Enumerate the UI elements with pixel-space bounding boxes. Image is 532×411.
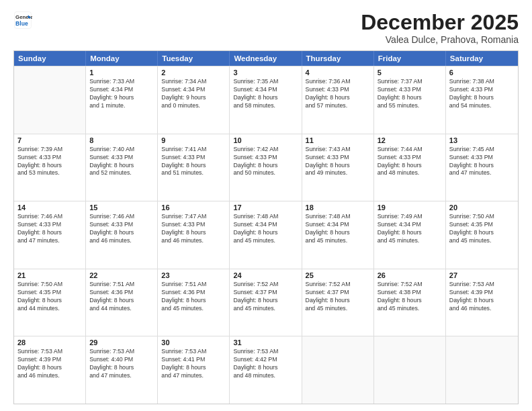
weekday-header-saturday: Saturday [446,51,518,66]
cell-day-number: 7 [17,136,82,144]
calendar-cell-9: 9Sunrise: 7:41 AM Sunset: 4:33 PM Daylig… [158,134,230,201]
calendar-cell-31: 31Sunrise: 7:53 AM Sunset: 4:42 PM Dayli… [230,336,302,404]
cell-info-text: Sunrise: 7:37 AM Sunset: 4:33 PM Dayligh… [378,78,442,110]
cell-day-number: 5 [378,68,442,77]
cell-day-number: 12 [378,136,442,144]
calendar-cell-26: 26Sunrise: 7:52 AM Sunset: 4:38 PM Dayli… [374,269,446,336]
cell-day-number: 6 [449,68,515,77]
cell-info-text: Sunrise: 7:43 AM Sunset: 4:33 PM Dayligh… [306,146,370,178]
calendar-cell-8: 8Sunrise: 7:40 AM Sunset: 4:33 PM Daylig… [86,134,158,201]
cell-day-number: 18 [306,203,370,212]
cell-info-text: Sunrise: 7:39 AM Sunset: 4:33 PM Dayligh… [17,146,82,178]
calendar-row-1: 1Sunrise: 7:33 AM Sunset: 4:34 PM Daylig… [14,66,518,134]
cell-info-text: Sunrise: 7:36 AM Sunset: 4:33 PM Dayligh… [306,78,370,110]
svg-text:Blue: Blue [15,20,28,27]
header: General Blue December 2025 Valea Dulce, … [13,11,519,45]
cell-day-number: 23 [161,271,226,279]
cell-day-number: 28 [17,338,82,347]
cell-day-number: 26 [378,271,442,279]
calendar-cell-20: 20Sunrise: 7:50 AM Sunset: 4:35 PM Dayli… [446,201,518,269]
calendar-row-5: 28Sunrise: 7:53 AM Sunset: 4:39 PM Dayli… [14,336,518,404]
cell-info-text: Sunrise: 7:49 AM Sunset: 4:34 PM Dayligh… [378,213,442,245]
cell-day-number: 4 [306,68,370,77]
cell-day-number: 3 [233,68,298,77]
calendar-cell-12: 12Sunrise: 7:44 AM Sunset: 4:33 PM Dayli… [374,134,446,201]
calendar-cell-13: 13Sunrise: 7:45 AM Sunset: 4:33 PM Dayli… [446,134,518,201]
cell-day-number: 27 [449,271,515,279]
calendar-cell-1: 1Sunrise: 7:33 AM Sunset: 4:34 PM Daylig… [86,66,158,134]
calendar-cell-22: 22Sunrise: 7:51 AM Sunset: 4:36 PM Dayli… [86,269,158,336]
calendar-cell-6: 6Sunrise: 7:38 AM Sunset: 4:33 PM Daylig… [446,66,518,134]
cell-info-text: Sunrise: 7:40 AM Sunset: 4:33 PM Dayligh… [89,146,154,178]
cell-info-text: Sunrise: 7:34 AM Sunset: 4:34 PM Dayligh… [161,78,226,110]
calendar-row-4: 21Sunrise: 7:50 AM Sunset: 4:35 PM Dayli… [14,269,518,336]
calendar-cell-29: 29Sunrise: 7:53 AM Sunset: 4:40 PM Dayli… [86,336,158,404]
cell-info-text: Sunrise: 7:46 AM Sunset: 4:33 PM Dayligh… [89,213,154,245]
cell-info-text: Sunrise: 7:52 AM Sunset: 4:37 PM Dayligh… [233,281,298,313]
cell-day-number: 14 [17,203,82,212]
calendar-body: 1Sunrise: 7:33 AM Sunset: 4:34 PM Daylig… [14,66,518,404]
cell-day-number: 31 [233,338,298,347]
cell-info-text: Sunrise: 7:53 AM Sunset: 4:39 PM Dayligh… [17,348,82,380]
cell-day-number: 19 [378,203,442,212]
cell-info-text: Sunrise: 7:45 AM Sunset: 4:33 PM Dayligh… [449,146,515,178]
calendar-cell-2: 2Sunrise: 7:34 AM Sunset: 4:34 PM Daylig… [158,66,230,134]
cell-day-number: 24 [233,271,298,279]
cell-day-number: 9 [161,136,226,144]
cell-info-text: Sunrise: 7:41 AM Sunset: 4:33 PM Dayligh… [161,146,226,178]
weekday-header-friday: Friday [374,51,446,66]
cell-info-text: Sunrise: 7:48 AM Sunset: 4:34 PM Dayligh… [306,213,370,245]
cell-day-number: 10 [233,136,298,144]
weekday-header-wednesday: Wednesday [230,51,302,66]
calendar-cell-23: 23Sunrise: 7:51 AM Sunset: 4:36 PM Dayli… [158,269,230,336]
cell-info-text: Sunrise: 7:53 AM Sunset: 4:39 PM Dayligh… [449,281,515,313]
calendar-cell-25: 25Sunrise: 7:52 AM Sunset: 4:37 PM Dayli… [302,269,374,336]
cell-info-text: Sunrise: 7:52 AM Sunset: 4:38 PM Dayligh… [378,281,442,313]
cell-day-number: 1 [89,68,154,77]
weekday-header-sunday: Sunday [14,51,86,66]
calendar-cell-empty [446,336,518,404]
calendar-cell-24: 24Sunrise: 7:52 AM Sunset: 4:37 PM Dayli… [230,269,302,336]
cell-info-text: Sunrise: 7:35 AM Sunset: 4:34 PM Dayligh… [233,78,298,110]
calendar-cell-empty [374,336,446,404]
page: General Blue December 2025 Valea Dulce, … [0,0,532,411]
calendar-row-2: 7Sunrise: 7:39 AM Sunset: 4:33 PM Daylig… [14,134,518,201]
cell-day-number: 2 [161,68,226,77]
cell-day-number: 21 [17,271,82,279]
cell-info-text: Sunrise: 7:53 AM Sunset: 4:41 PM Dayligh… [161,348,226,380]
cell-info-text: Sunrise: 7:46 AM Sunset: 4:33 PM Dayligh… [17,213,82,245]
logo-icon: General Blue [13,11,32,30]
cell-info-text: Sunrise: 7:50 AM Sunset: 4:35 PM Dayligh… [449,213,515,245]
calendar-cell-3: 3Sunrise: 7:35 AM Sunset: 4:34 PM Daylig… [230,66,302,134]
cell-day-number: 15 [89,203,154,212]
cell-day-number: 11 [306,136,370,144]
calendar: SundayMondayTuesdayWednesdayThursdayFrid… [13,50,519,404]
calendar-row-3: 14Sunrise: 7:46 AM Sunset: 4:33 PM Dayli… [14,201,518,269]
cell-info-text: Sunrise: 7:53 AM Sunset: 4:40 PM Dayligh… [89,348,154,380]
calendar-cell-7: 7Sunrise: 7:39 AM Sunset: 4:33 PM Daylig… [14,134,86,201]
calendar-cell-empty [302,336,374,404]
weekday-header-monday: Monday [86,51,158,66]
calendar-cell-18: 18Sunrise: 7:48 AM Sunset: 4:34 PM Dayli… [302,201,374,269]
cell-day-number: 25 [306,271,370,279]
calendar-cell-19: 19Sunrise: 7:49 AM Sunset: 4:34 PM Dayli… [374,201,446,269]
calendar-cell-27: 27Sunrise: 7:53 AM Sunset: 4:39 PM Dayli… [446,269,518,336]
calendar-cell-28: 28Sunrise: 7:53 AM Sunset: 4:39 PM Dayli… [14,336,86,404]
cell-info-text: Sunrise: 7:47 AM Sunset: 4:33 PM Dayligh… [161,213,226,245]
calendar-cell-10: 10Sunrise: 7:42 AM Sunset: 4:33 PM Dayli… [230,134,302,201]
cell-info-text: Sunrise: 7:51 AM Sunset: 4:36 PM Dayligh… [161,281,226,313]
cell-info-text: Sunrise: 7:44 AM Sunset: 4:33 PM Dayligh… [378,146,442,178]
cell-info-text: Sunrise: 7:53 AM Sunset: 4:42 PM Dayligh… [233,348,298,380]
cell-day-number: 16 [161,203,226,212]
cell-day-number: 13 [449,136,515,144]
cell-info-text: Sunrise: 7:33 AM Sunset: 4:34 PM Dayligh… [89,78,154,110]
calendar-cell-5: 5Sunrise: 7:37 AM Sunset: 4:33 PM Daylig… [374,66,446,134]
cell-day-number: 29 [89,338,154,347]
weekday-header-tuesday: Tuesday [158,51,230,66]
cell-info-text: Sunrise: 7:52 AM Sunset: 4:37 PM Dayligh… [306,281,370,313]
weekday-header-thursday: Thursday [302,51,374,66]
calendar-cell-11: 11Sunrise: 7:43 AM Sunset: 4:33 PM Dayli… [302,134,374,201]
logo: General Blue [13,11,32,30]
location-subtitle: Valea Dulce, Prahova, Romania [361,34,519,45]
calendar-cell-21: 21Sunrise: 7:50 AM Sunset: 4:35 PM Dayli… [14,269,86,336]
